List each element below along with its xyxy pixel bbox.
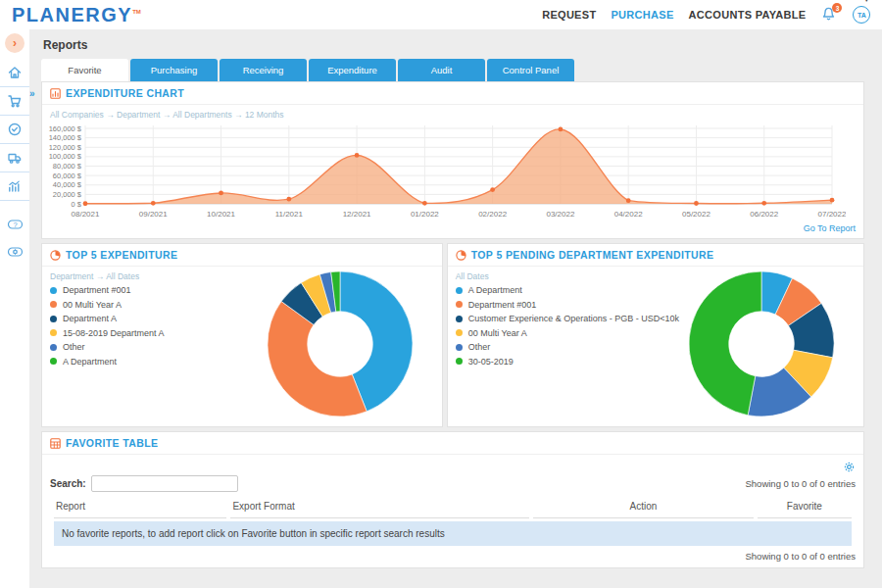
top5-expenditure-legend: Department #00100 Multi Year ADepartment… xyxy=(42,283,266,372)
svg-text:06/2022: 06/2022 xyxy=(750,210,778,219)
sidebar-item-receiving[interactable] xyxy=(0,144,29,172)
svg-text:40,000 $: 40,000 $ xyxy=(53,180,82,189)
legend-dot xyxy=(456,358,463,365)
svg-text:80,000 $: 80,000 $ xyxy=(53,162,82,171)
nav-link-accounts-payable[interactable]: ACCOUNTS PAYABLE xyxy=(689,9,807,21)
user-avatar[interactable]: TA xyxy=(853,6,870,24)
table-settings-gear-icon[interactable] xyxy=(843,461,856,473)
truck-icon xyxy=(7,150,23,166)
avatar-caret-icon: ▾ xyxy=(864,0,868,4)
svg-text:02/2022: 02/2022 xyxy=(478,210,507,219)
svg-text:11/2021: 11/2021 xyxy=(275,210,304,219)
showing-entries-top: Showing 0 to 0 of 0 entries xyxy=(746,478,857,489)
legend-dot xyxy=(50,344,57,351)
chart-panel-icon xyxy=(50,88,61,99)
legend-item-30-05-2019: 30-05-2019 xyxy=(456,357,679,367)
favorite-table: Report Export Format Action Favorite No … xyxy=(50,498,856,548)
settings-icon xyxy=(7,244,24,260)
svg-text:08/2021: 08/2021 xyxy=(72,210,100,219)
legend-dot xyxy=(456,287,463,294)
legend-label: Department #001 xyxy=(63,285,131,295)
legend-dot xyxy=(50,358,57,365)
legend-dot xyxy=(50,329,57,336)
legend-item-00-multi-year-a: 00 Multi Year A xyxy=(456,328,679,338)
svg-text:07/2022: 07/2022 xyxy=(818,210,846,219)
legend-item-department-001: Department #001 xyxy=(50,285,258,295)
top-nav: REQUESTPURCHASEACCOUNTS PAYABLE xyxy=(542,9,806,21)
legend-label: Other xyxy=(63,342,85,352)
column-header-report[interactable]: Report xyxy=(54,498,226,518)
legend-label: Department #001 xyxy=(468,300,537,310)
nav-link-purchase[interactable]: PURCHASE xyxy=(611,9,673,21)
svg-text:09/2021: 09/2021 xyxy=(139,210,168,219)
svg-text:100,000 $: 100,000 $ xyxy=(49,152,82,161)
top5-expenditure-title: TOP 5 EXPENDITURE xyxy=(66,249,177,261)
legend-dot xyxy=(456,316,463,322)
tab-purchasing[interactable]: Purchasing xyxy=(130,59,218,81)
tab-favorite[interactable]: Favorite xyxy=(41,59,128,81)
legend-dot xyxy=(50,301,57,308)
sidebar-item-help[interactable]: ? xyxy=(0,211,29,238)
expenditure-area-chart: 0 $20,000 $40,000 $60,000 $80,000 $100,0… xyxy=(44,122,846,220)
expenditure-chart-title: EXPENDITURE CHART xyxy=(66,87,184,99)
legend-item-00-multi-year-a: 00 Multi Year A xyxy=(50,300,258,310)
top5-pending-breadcrumb: All Dates xyxy=(448,267,687,283)
check-circle-icon xyxy=(7,122,23,137)
legend-label: Other xyxy=(468,342,491,352)
sidebar-item-approvals[interactable] xyxy=(0,116,29,144)
tab-control-panel[interactable]: Control Panel xyxy=(487,59,574,81)
legend-item-customer-experience-operations-pgb-usd-10k: Customer Experience & Operations - PGB -… xyxy=(456,314,679,323)
pie-panel-icon xyxy=(456,250,466,261)
legend-dot xyxy=(50,287,57,294)
legend-item-15-08-2019-department-a: 15-08-2019 Department A xyxy=(50,328,258,338)
sidebar-item-reports[interactable] xyxy=(0,172,29,201)
legend-label: Department A xyxy=(63,314,117,323)
legend-item-a-department: A Department xyxy=(456,285,679,295)
legend-label: 15-08-2019 Department A xyxy=(63,328,165,338)
showing-entries-bottom: Showing 0 to 0 of 0 entries xyxy=(746,551,857,562)
favorite-table-panel: FAVORITE TABLE Search: S xyxy=(41,431,864,568)
help-icon: ? xyxy=(7,217,24,232)
tab-receiving[interactable]: Receiving xyxy=(220,59,307,81)
collapse-panel-icon[interactable]: » xyxy=(29,88,35,99)
main-content: Reports FavoritePurchasingReceivingExpen… xyxy=(29,29,882,588)
legend-label: A Department xyxy=(63,357,117,367)
legend-item-other: Other xyxy=(456,342,679,352)
legend-label: 30-05-2019 xyxy=(468,357,514,367)
top5-pending-legend: A DepartmentDepartment #001Customer Expe… xyxy=(448,283,687,372)
search-label: Search: xyxy=(50,478,86,489)
legend-dot xyxy=(456,344,463,351)
table-panel-icon xyxy=(50,438,61,449)
legend-item-other: Other xyxy=(50,342,258,352)
tab-audit[interactable]: Audit xyxy=(398,59,485,81)
legend-dot xyxy=(50,316,57,322)
sidebar-item-settings[interactable] xyxy=(0,238,29,266)
home-icon xyxy=(7,65,23,80)
column-header-favorite[interactable]: Favorite xyxy=(758,498,852,518)
sidebar-item-purchase[interactable] xyxy=(0,87,29,116)
legend-dot xyxy=(456,301,463,308)
column-header-export-format[interactable]: Export Format xyxy=(230,498,529,518)
expenditure-chart-panel: EXPENDITURE CHART All Companies → Depart… xyxy=(41,81,864,239)
legend-dot xyxy=(456,329,463,336)
column-header-action[interactable]: Action xyxy=(533,498,754,518)
nav-link-request[interactable]: REQUEST xyxy=(542,9,596,21)
top5-pending-panel: TOP 5 PENDING DEPARTMENT EXPENDITURE All… xyxy=(447,243,864,427)
tab-expenditure[interactable]: Expenditure xyxy=(309,59,396,81)
sidebar-expand-button[interactable]: › xyxy=(5,33,24,53)
svg-text:04/2022: 04/2022 xyxy=(614,210,643,219)
legend-label: Customer Experience & Operations - PGB -… xyxy=(468,314,679,323)
planergy-logo[interactable]: PLANERGYTM xyxy=(12,5,141,24)
legend-item-department-a: Department A xyxy=(50,314,258,323)
table-empty-row: No favorite reports, to add report click… xyxy=(54,518,852,548)
trademark: TM xyxy=(132,9,141,15)
sidebar-item-home[interactable] xyxy=(0,59,29,87)
go-to-report-link[interactable]: Go To Report xyxy=(42,223,863,238)
svg-text:120,000 $: 120,000 $ xyxy=(49,143,82,152)
notifications-bell-icon[interactable]: 3 xyxy=(820,6,838,24)
table-search-input[interactable] xyxy=(91,475,238,492)
svg-text:20,000 $: 20,000 $ xyxy=(53,190,82,199)
top5-expenditure-breadcrumb: Department → All Dates xyxy=(42,267,266,283)
notification-badge: 3 xyxy=(832,3,842,13)
bar-chart-icon xyxy=(7,178,23,194)
